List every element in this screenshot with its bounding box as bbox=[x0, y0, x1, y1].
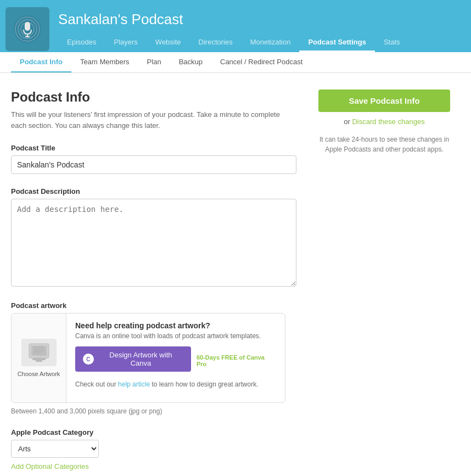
nav-stats[interactable]: Stats bbox=[375, 33, 409, 52]
sub-nav: Podcast Info Team Members Plan Backup Ca… bbox=[0, 52, 471, 73]
podcast-description-group: Podcast Description bbox=[11, 187, 296, 288]
add-optional-link[interactable]: Add Optional Categories bbox=[11, 462, 89, 471]
nav-podcast-settings[interactable]: Podcast Settings bbox=[299, 33, 374, 52]
subnav-cancel-redirect[interactable]: Cancel / Redirect Podcast bbox=[211, 52, 311, 72]
nav-players[interactable]: Players bbox=[105, 33, 146, 52]
choose-artwork-label: Choose Artwork bbox=[18, 371, 60, 377]
help-article-link[interactable]: help article bbox=[118, 380, 150, 388]
podcast-title-input[interactable] bbox=[11, 155, 296, 174]
canva-free-badge: 60-Days FREE of Canva Pro bbox=[197, 354, 276, 367]
artwork-help-desc: Canva is an online tool with loads of po… bbox=[75, 332, 276, 340]
subnav-podcast-info[interactable]: Podcast Info bbox=[11, 52, 71, 72]
podcast-name: Sankalan's Podcast bbox=[58, 5, 460, 28]
canva-button-label: Design Artwork with Canva bbox=[98, 351, 183, 367]
nav-directories[interactable]: Directories bbox=[190, 33, 242, 52]
content-right: Save Podcast Info or Discard these chang… bbox=[318, 89, 450, 476]
nav-website[interactable]: Website bbox=[147, 33, 190, 52]
artwork-help-title: Need help creating podcast artwork? bbox=[75, 321, 276, 330]
help-text-after: to learn how to design great artwork. bbox=[150, 380, 258, 388]
artwork-note: Between 1,400 and 3,000 pixels square (j… bbox=[11, 407, 296, 415]
header-right: Sankalan's Podcast Episodes Players Webs… bbox=[58, 5, 460, 52]
podcast-title-label: Podcast Title bbox=[11, 144, 296, 152]
artwork-section: Podcast artwork bbox=[11, 301, 296, 415]
main-nav: Episodes Players Website Directories Mon… bbox=[58, 33, 460, 52]
nav-monetization[interactable]: Monetization bbox=[242, 33, 300, 52]
podcast-title-group: Podcast Title bbox=[11, 144, 296, 174]
discard-row: or Discard these changes bbox=[318, 117, 450, 126]
subnav-team-members[interactable]: Team Members bbox=[71, 52, 138, 72]
header: Sankalan's Podcast Episodes Players Webs… bbox=[0, 0, 471, 52]
page-title: Podcast Info bbox=[11, 89, 296, 105]
artwork-label: Podcast artwork bbox=[11, 301, 296, 310]
discard-link[interactable]: Discard these changes bbox=[352, 117, 424, 126]
main-content: Podcast Info This will be your listeners… bbox=[0, 73, 471, 476]
canva-row: C Design Artwork with Canva 60-Days FREE… bbox=[75, 346, 276, 375]
save-button[interactable]: Save Podcast Info bbox=[318, 89, 450, 112]
help-text-before: Check out our bbox=[75, 380, 118, 388]
category-select[interactable]: Arts Business Comedy Education Fiction G… bbox=[11, 440, 99, 458]
page-description: This will be your listeners' first impre… bbox=[11, 109, 285, 131]
artwork-card: Choose Artwork Need help creating podcas… bbox=[11, 313, 285, 403]
podcast-description-textarea[interactable] bbox=[11, 199, 296, 287]
subnav-plan[interactable]: Plan bbox=[138, 52, 170, 72]
content-left: Podcast Info This will be your listeners… bbox=[11, 89, 296, 476]
canva-button[interactable]: C Design Artwork with Canva bbox=[75, 346, 191, 372]
svg-rect-9 bbox=[36, 360, 42, 362]
category-section: Apple Podcast Category Arts Business Com… bbox=[11, 428, 296, 471]
artwork-help-text: Check out our help article to learn how … bbox=[75, 380, 276, 388]
svg-rect-4 bbox=[25, 22, 30, 31]
nav-episodes[interactable]: Episodes bbox=[58, 33, 105, 52]
category-label: Apple Podcast Category bbox=[11, 428, 296, 436]
canva-icon: C bbox=[83, 354, 94, 365]
artwork-left: Choose Artwork bbox=[12, 313, 66, 402]
svg-rect-10 bbox=[31, 346, 47, 356]
artwork-right: Need help creating podcast artwork? Canv… bbox=[66, 313, 285, 402]
podcast-logo bbox=[5, 7, 49, 51]
save-note: It can take 24-hours to see these change… bbox=[318, 135, 450, 154]
podcast-description-label: Podcast Description bbox=[11, 187, 296, 195]
subnav-backup[interactable]: Backup bbox=[170, 52, 211, 72]
discard-prefix: or bbox=[344, 117, 352, 126]
svg-rect-8 bbox=[32, 358, 46, 360]
artwork-placeholder bbox=[21, 339, 57, 366]
